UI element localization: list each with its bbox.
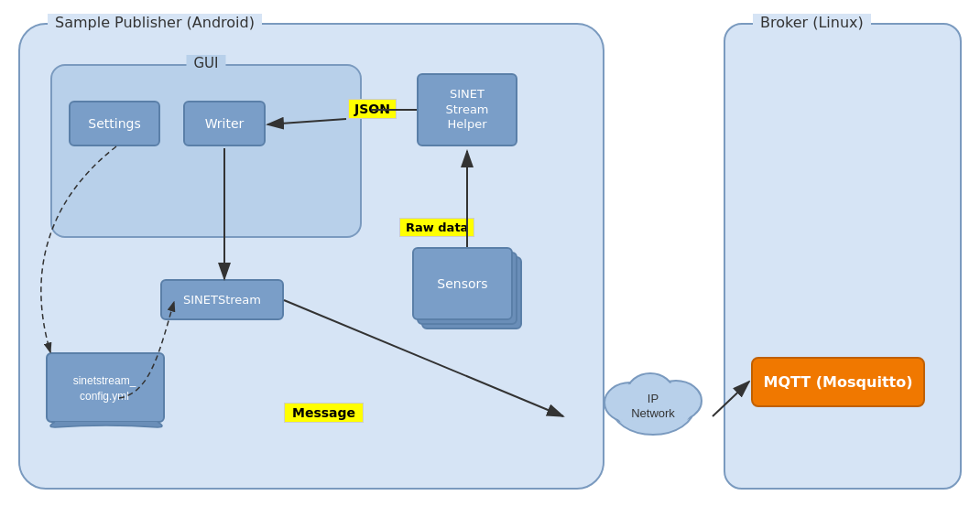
sinetstream-box: SINETStream — [160, 279, 284, 320]
svg-text:config.yml: config.yml — [80, 390, 129, 403]
helper-label: SINETStreamHelper — [445, 87, 488, 134]
rawdata-label: Raw data — [399, 218, 474, 237]
message-label: Message — [284, 403, 364, 423]
config-scroll-svg: sinetstream_ config.yml — [46, 352, 167, 430]
json-label: JSON — [348, 99, 397, 119]
cloud-svg: IP Network — [593, 357, 713, 448]
helper-box: SINETStreamHelper — [417, 73, 517, 146]
broker-title: Broker (Linux) — [753, 14, 871, 31]
settings-box: Settings — [69, 101, 160, 146]
writer-box: Writer — [183, 101, 266, 146]
broker-box: Broker (Linux) — [724, 23, 962, 490]
mqtt-box: MQTT (Mosquitto) — [751, 357, 925, 407]
android-title: Sample Publisher (Android) — [48, 14, 262, 31]
cloud-container: IP Network — [593, 357, 713, 448]
diagram-container: Sample Publisher (Android) GUI Settings … — [0, 0, 980, 517]
gui-title: GUI — [186, 55, 225, 71]
sensors-box: Sensors — [412, 247, 513, 320]
gui-box: GUI — [50, 64, 362, 238]
svg-text:IP: IP — [648, 392, 659, 405]
svg-text:sinetstream_: sinetstream_ — [73, 374, 136, 387]
svg-rect-0 — [47, 353, 164, 422]
config-wrapper: sinetstream_ config.yml — [46, 352, 167, 430]
svg-text:Network: Network — [631, 406, 675, 420]
